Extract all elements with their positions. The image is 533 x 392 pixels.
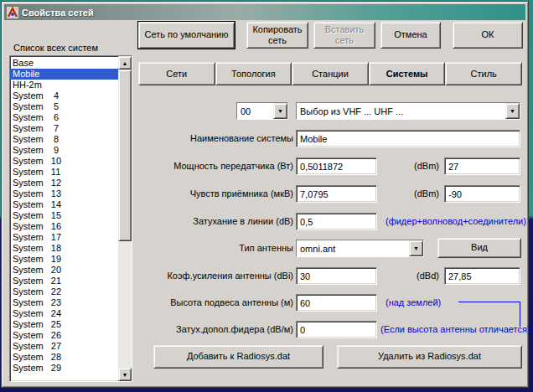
app-icon <box>7 7 18 18</box>
tab-style[interactable]: Стиль <box>445 62 522 85</box>
list-item[interactable]: Base <box>10 58 118 69</box>
tab-stations[interactable]: Станции <box>292 62 369 85</box>
system-name-input[interactable] <box>296 130 520 147</box>
tx-power-label: Мощность передатчика (Вт) <box>136 161 293 171</box>
antenna-gain-dbd-label: (dBd) <box>386 271 439 281</box>
rx-sensitivity-input[interactable] <box>296 185 377 203</box>
antenna-type-combobox[interactable]: omni.ant ▼ <box>296 240 424 257</box>
list-item[interactable]: System 4 <box>10 90 118 101</box>
antenna-type-label: Тип антенны <box>136 243 293 253</box>
antenna-gain-label: Коэф.усиления антенны (dBi) <box>136 271 293 281</box>
rx-sensitivity-dbm-label: (dBm) <box>386 188 439 199</box>
rx-sensitivity-label: Чувств приёмника (мкВ) <box>136 188 293 199</box>
paste-network-button[interactable]: Вставить сеть <box>313 22 375 49</box>
tab-networks[interactable]: Сети <box>138 62 215 85</box>
list-item[interactable]: Mobile <box>10 69 118 80</box>
band-combobox-value: Выбор из VHF ... UHF ... <box>297 103 505 119</box>
network-properties-dialog: Свойства сетей Список всех систем BaseMo… <box>1 1 529 388</box>
list-item[interactable]: HH-2m <box>10 80 118 90</box>
chevron-down-icon[interactable]: ▼ <box>409 240 423 256</box>
default-network-button[interactable]: Сеть по умолчанию <box>138 22 235 49</box>
list-item[interactable]: System 29 <box>10 363 118 374</box>
feeder-loss-input[interactable] <box>296 321 377 338</box>
chevron-down-icon[interactable]: ▼ <box>273 103 287 119</box>
channel-combobox-value: 00 <box>237 103 273 119</box>
line-loss-note: (фидер+волновод+соединители) <box>386 216 526 226</box>
list-item[interactable]: System 27 <box>10 341 118 352</box>
scroll-up-icon[interactable]: ▲ <box>118 56 132 70</box>
system-name-label: Наименование системы <box>136 133 293 143</box>
tab-topology[interactable]: Топология <box>215 62 292 85</box>
scroll-down-icon[interactable]: ▼ <box>118 368 132 381</box>
antenna-height-input[interactable] <box>296 294 377 312</box>
antenna-type-value: omni.ant <box>297 240 409 256</box>
antenna-height-label: Высота подвеса антенны (м) <box>136 297 293 307</box>
antenna-gain-dbd-input[interactable] <box>444 267 520 285</box>
tabs-row: СетиТопологияСтанцииСистемыСтиль <box>138 62 522 85</box>
tx-power-input[interactable] <box>296 157 377 175</box>
rx-sensitivity-dbm-input[interactable] <box>444 185 520 203</box>
tx-power-dbm-label: (dBm) <box>386 161 439 171</box>
chevron-down-icon[interactable]: ▼ <box>505 103 520 119</box>
list-item[interactable]: System 28 <box>10 352 118 363</box>
systems-list-label: Список всех систем <box>13 43 98 53</box>
channel-combobox[interactable]: 00 ▼ <box>236 102 288 120</box>
window-title: Свойства сетей <box>22 8 94 18</box>
feeder-loss-label: Затух.допол.фидера (dB/м) <box>136 324 293 334</box>
antenna-height-note: (над землей) <box>386 297 441 307</box>
antenna-view-button[interactable]: Вид <box>437 238 521 258</box>
annotation-connector <box>458 302 520 327</box>
copy-network-button[interactable]: Копировать сеть <box>246 22 308 49</box>
band-combobox[interactable]: Выбор из VHF ... UHF ... ▼ <box>296 102 520 120</box>
line-loss-label: Затухание в линии (dB) <box>136 216 293 226</box>
ok-button[interactable]: ОК <box>453 22 523 49</box>
remove-from-radiosys-button[interactable]: Удалить из Radiosys.dat <box>337 345 522 369</box>
titlebar[interactable]: Свойства сетей <box>4 4 525 20</box>
tx-power-dbm-input[interactable] <box>444 157 520 175</box>
add-to-radiosys-button[interactable]: Добавить к Radiosys.dat <box>153 345 323 369</box>
cancel-button[interactable]: Отмена <box>380 22 441 49</box>
antenna-gain-input[interactable] <box>296 267 377 285</box>
tab-systems[interactable]: Системы <box>369 62 446 85</box>
line-loss-input[interactable] <box>296 213 377 230</box>
